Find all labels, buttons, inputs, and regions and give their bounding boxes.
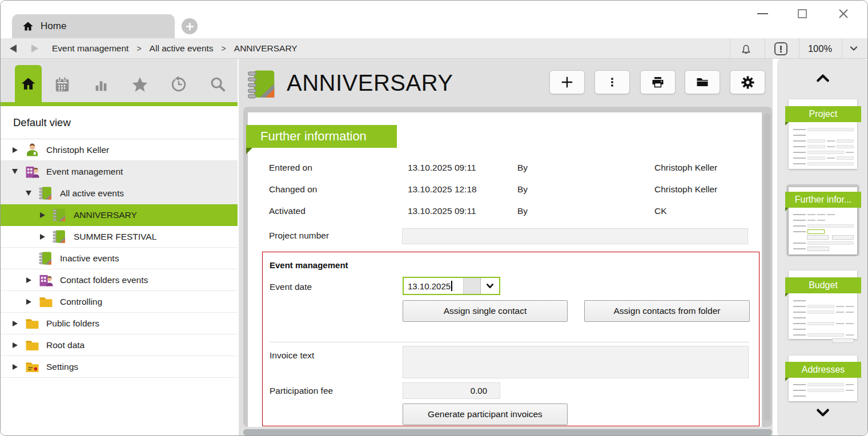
tree-item-summer-festival[interactable]: SUMMER FESTIVAL [1, 226, 238, 248]
thumbnail-preview [793, 381, 854, 400]
maximize-icon [798, 9, 807, 18]
tree-item-label: ANNIVERSARY [74, 210, 137, 220]
settings-button[interactable] [730, 70, 765, 94]
scroll-down-button[interactable] [811, 406, 834, 419]
detail-form: Further information Entered on 13.10.202… [248, 112, 762, 427]
horizontal-scrollbar[interactable] [243, 429, 772, 435]
participation-fee-input[interactable]: 0.00 [403, 382, 500, 399]
nav-chart-button[interactable] [91, 76, 111, 99]
generate-participant-invoices-button[interactable]: Generate participant invoices [403, 403, 568, 425]
section-banner: Further information [246, 125, 397, 148]
chevron-down-icon [485, 281, 495, 290]
thumbnail-project[interactable]: Project [785, 99, 865, 171]
tree-item-event-management[interactable]: Event management [1, 161, 238, 183]
tree-item-contact-folders-events[interactable]: Contact folders events [1, 269, 238, 291]
expander-icon[interactable] [25, 299, 33, 305]
star-icon [131, 76, 148, 93]
expander-icon[interactable] [25, 191, 33, 196]
tree-item-all-active-events[interactable]: All active events [1, 183, 238, 204]
tree-item-label: Settings [46, 362, 78, 372]
divider [799, 38, 799, 59]
print-button[interactable] [640, 70, 676, 94]
tree-item-settings[interactable]: Settings [1, 356, 238, 378]
tab-home[interactable]: Home [12, 14, 175, 38]
bar-chart-icon [93, 76, 110, 93]
chevron-up-icon [815, 73, 830, 83]
field-value: 13.10.2025 12:18 [408, 184, 477, 195]
breadcrumb-item[interactable]: Event management [52, 43, 128, 54]
nav-search-button[interactable] [207, 76, 228, 99]
divider [730, 38, 730, 59]
tree-item-anniversary[interactable]: ANNIVERSARY [1, 204, 238, 226]
notifications-button[interactable] [733, 38, 758, 59]
breadcrumb-item[interactable]: ANNIVERSARY [234, 43, 298, 54]
zoom-level[interactable]: 100% [800, 38, 840, 59]
thumbnail-addresses[interactable]: Addresses [785, 356, 865, 403]
assign-single-contact-button[interactable]: Assign single contact [403, 300, 568, 322]
titlebar: Home [1, 1, 868, 38]
nav-calendar-button[interactable] [52, 76, 73, 99]
back-button[interactable] [10, 45, 17, 53]
chevron-down-icon [815, 407, 830, 418]
expander-icon[interactable] [11, 364, 19, 370]
invoice-text-input[interactable] [403, 346, 749, 378]
nav-history-icon-button[interactable] [168, 76, 189, 99]
tree-item-label: Contact folders events [60, 275, 148, 285]
event-date-label: Event date [270, 282, 312, 292]
event-date-dropdown-button[interactable] [480, 278, 499, 294]
notebook-icon [39, 251, 53, 265]
close-button[interactable] [834, 5, 853, 22]
tree-item-inactive-events[interactable]: Inactive events [1, 248, 238, 269]
expander-icon[interactable] [11, 342, 19, 348]
expander-icon[interactable] [38, 234, 46, 240]
tree-item-label: Event management [46, 167, 123, 177]
tree-item-controlling[interactable]: Controlling [1, 291, 238, 313]
thumbnail-preview [793, 297, 854, 345]
app-window: Home Event management > All active event… [0, 0, 868, 436]
by-label: By [517, 206, 528, 216]
expander-icon[interactable] [11, 321, 19, 326]
tree-item-christoph-keller[interactable]: Christoph Keller [1, 139, 238, 161]
sidebar: Default view Christoph Keller Event mana… [1, 59, 238, 436]
more-actions-button[interactable] [594, 70, 630, 94]
expander-icon[interactable] [38, 212, 46, 218]
nav-home-button[interactable] [15, 65, 42, 102]
minimize-button[interactable] [753, 5, 771, 22]
minimize-icon [757, 13, 768, 14]
new-tab-button[interactable] [182, 18, 198, 34]
scroll-up-button[interactable] [811, 71, 834, 85]
thumbnail-further-information[interactable]: Further infor... [785, 184, 865, 259]
notebook-icon [39, 186, 53, 200]
folder-button[interactable] [685, 70, 720, 94]
forward-button[interactable] [31, 45, 38, 53]
alerts-button[interactable] [768, 38, 793, 59]
add-button[interactable] [549, 70, 585, 94]
tree-item-public-folders[interactable]: Public folders [1, 313, 238, 334]
zoom-dropdown-button[interactable] [842, 38, 865, 59]
info-row: Changed on 13.10.2025 12:18 By Christoph… [248, 184, 762, 197]
tree-item-label: Inactive events [60, 253, 119, 264]
vertical-scrollbar[interactable] [763, 114, 770, 421]
maximize-button[interactable] [793, 5, 811, 22]
project-number-input[interactable] [402, 228, 748, 244]
tree-item-label: Public folders [46, 318, 99, 329]
project-number-label: Project number [269, 231, 329, 241]
nav-favorites-button[interactable] [130, 76, 150, 99]
expander-icon[interactable] [11, 169, 19, 174]
building-contacts-icon [25, 164, 39, 179]
tree-item-label: Christoph Keller [46, 145, 109, 155]
expander-icon[interactable] [25, 277, 33, 283]
by-label: By [517, 163, 528, 173]
expander-icon[interactable] [11, 147, 19, 153]
tree-item-label: SUMMER FESTIVAL [74, 232, 156, 242]
notebook-icon [247, 68, 278, 99]
breadcrumb-item[interactable]: All active events [150, 43, 214, 54]
tree-item-root-data[interactable]: Root data [1, 334, 238, 356]
thumbnail-title: Further infor... [785, 192, 861, 208]
thumbnail-budget[interactable]: Budget [785, 271, 865, 341]
field-value: 13.10.2025 09:11 [408, 206, 476, 216]
assign-contacts-from-folder-button[interactable]: Assign contacts from folder [584, 300, 750, 322]
tree-item-label: All active events [60, 188, 124, 199]
banner-fold [246, 148, 252, 154]
event-date-input[interactable]: 13.10.2025 [404, 278, 463, 294]
